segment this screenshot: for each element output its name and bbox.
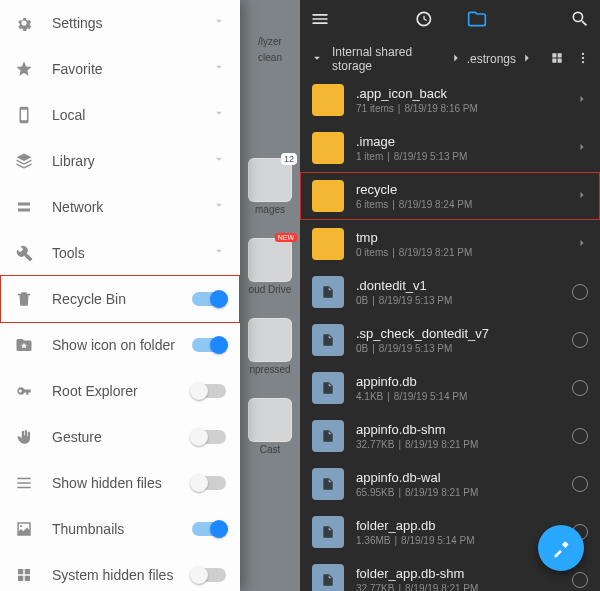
- history-tab-icon[interactable]: [413, 9, 433, 33]
- sidebar-item-label: System hidden files: [52, 567, 192, 583]
- file-subtext: 4.1KB|8/19/19 5:14 PM: [356, 391, 572, 402]
- toggle-switch[interactable]: [192, 338, 226, 352]
- toggle-switch[interactable]: [192, 476, 226, 490]
- sidebar-item-system-hidden-files[interactable]: System hidden files: [0, 552, 240, 591]
- select-radio[interactable]: [572, 476, 588, 492]
- gear-icon: [14, 13, 34, 33]
- sidebar-item-show-icon-on-folder[interactable]: Show icon on folder: [0, 322, 240, 368]
- chevron-down-icon[interactable]: [310, 51, 324, 68]
- svg-point-1: [582, 56, 584, 58]
- sidebar-item-show-hidden-files[interactable]: Show hidden files: [0, 460, 240, 506]
- star-icon: [14, 59, 34, 79]
- file-subtext: 0B|8/19/19 5:13 PM: [356, 295, 572, 306]
- chevron-right-icon: [576, 187, 588, 205]
- menu-icon[interactable]: [310, 9, 330, 33]
- sidebar-item-recycle-bin[interactable]: Recycle Bin: [0, 276, 240, 322]
- file-subtext: 0B|8/19/19 5:13 PM: [356, 343, 572, 354]
- file-name: tmp: [356, 230, 576, 246]
- file-name: recycle: [356, 182, 576, 198]
- folder-icon: [312, 132, 344, 164]
- sidebar-item-label: Show hidden files: [52, 475, 192, 491]
- file-subtext: 0 items|8/19/19 8:21 PM: [356, 247, 576, 258]
- network-icon: [14, 197, 34, 217]
- sidebar-item-thumbnails[interactable]: Thumbnails: [0, 506, 240, 552]
- folder-row[interactable]: tmp0 items|8/19/19 8:21 PM: [300, 220, 600, 268]
- select-radio[interactable]: [572, 428, 588, 444]
- settings-sidebar: SettingsFavoriteLocalLibraryNetworkTools…: [0, 0, 240, 591]
- file-subtext: 1 item|8/19/19 5:13 PM: [356, 151, 576, 162]
- file-row[interactable]: .dontedit_v10B|8/19/19 5:13 PM: [300, 268, 600, 316]
- bg-tile: [248, 398, 292, 442]
- select-radio[interactable]: [572, 332, 588, 348]
- top-bar: [300, 0, 600, 42]
- hand-icon: [14, 427, 34, 447]
- sidebar-item-label: Local: [52, 107, 212, 123]
- more-vert-icon[interactable]: [576, 51, 590, 68]
- chevron-right-icon: [576, 139, 588, 157]
- toggle-switch[interactable]: [192, 568, 226, 582]
- document-icon: [312, 468, 344, 500]
- file-subtext: 32.77KB|8/19/19 8:21 PM: [356, 583, 572, 591]
- view-grid-icon[interactable]: [550, 51, 564, 68]
- bg-tile-badge: 12: [281, 153, 297, 165]
- select-radio[interactable]: [572, 380, 588, 396]
- folder-row[interactable]: .image1 item|8/19/19 5:13 PM: [300, 124, 600, 172]
- breadcrumb-bar: Internal shared storage .estrongs: [300, 42, 600, 76]
- select-radio[interactable]: [572, 284, 588, 300]
- document-icon: [312, 420, 344, 452]
- sidebar-item-label: Thumbnails: [52, 521, 192, 537]
- file-name: appinfo.db: [356, 374, 572, 390]
- bg-tile: 12: [248, 158, 292, 202]
- toggle-switch[interactable]: [192, 384, 226, 398]
- sidebar-item-tools[interactable]: Tools: [0, 230, 240, 276]
- file-subtext: 71 items|8/19/19 8:16 PM: [356, 103, 576, 114]
- file-row[interactable]: appinfo.db-shm32.77KB|8/19/19 8:21 PM: [300, 412, 600, 460]
- file-row[interactable]: appinfo.db4.1KB|8/19/19 5:14 PM: [300, 364, 600, 412]
- sidebar-item-library[interactable]: Library: [0, 138, 240, 184]
- folder-star-icon: [14, 335, 34, 355]
- bg-tile: NEW: [248, 238, 292, 282]
- breadcrumb-root[interactable]: Internal shared storage: [332, 45, 445, 73]
- lines-icon: [14, 473, 34, 493]
- toggle-switch[interactable]: [192, 430, 226, 444]
- sidebar-item-root-explorer[interactable]: Root Explorer: [0, 368, 240, 414]
- toggle-switch[interactable]: [192, 522, 226, 536]
- sidebar-item-gesture[interactable]: Gesture: [0, 414, 240, 460]
- files-tab-icon[interactable]: [467, 9, 487, 33]
- folder-icon: [312, 228, 344, 260]
- key-icon: [14, 381, 34, 401]
- bg-tile-label: npressed: [246, 364, 294, 375]
- sidebar-item-favorite[interactable]: Favorite: [0, 46, 240, 92]
- chevron-down-icon: [212, 60, 226, 78]
- sidebar-item-label: Gesture: [52, 429, 192, 445]
- document-icon: [312, 324, 344, 356]
- file-row[interactable]: appinfo.db-wal65.95KB|8/19/19 8:21 PM: [300, 460, 600, 508]
- sidebar-item-local[interactable]: Local: [0, 92, 240, 138]
- select-radio[interactable]: [572, 572, 588, 588]
- document-icon: [312, 516, 344, 548]
- clean-fab[interactable]: [538, 525, 584, 571]
- sidebar-item-label: Settings: [52, 15, 212, 31]
- trash-icon: [14, 289, 34, 309]
- sidebar-item-network[interactable]: Network: [0, 184, 240, 230]
- breadcrumb-folder[interactable]: .estrongs: [467, 52, 516, 66]
- folder-row[interactable]: .app_icon_back71 items|8/19/19 8:16 PM: [300, 76, 600, 124]
- file-name: appinfo.db-shm: [356, 422, 572, 438]
- file-name: .app_icon_back: [356, 86, 576, 102]
- file-name: appinfo.db-wal: [356, 470, 572, 486]
- search-icon[interactable]: [570, 9, 590, 33]
- document-icon: [312, 372, 344, 404]
- sidebar-item-label: Recycle Bin: [52, 291, 192, 307]
- chevron-down-icon: [212, 244, 226, 262]
- sidebar-item-settings[interactable]: Settings: [0, 0, 240, 46]
- file-list: .app_icon_back71 items|8/19/19 8:16 PM.i…: [300, 76, 600, 591]
- tab-icons: [413, 9, 487, 33]
- wrench-icon: [14, 243, 34, 263]
- sys-files-icon: [14, 565, 34, 585]
- toggle-switch[interactable]: [192, 292, 226, 306]
- file-subtext: 32.77KB|8/19/19 8:21 PM: [356, 439, 572, 450]
- folder-row[interactable]: recycle6 items|8/19/19 8:24 PM: [300, 172, 600, 220]
- file-row[interactable]: .sp_check_dontedit_v70B|8/19/19 5:13 PM: [300, 316, 600, 364]
- background-home-strip: /lyzer clean 12magesNEWoud Drivenpressed…: [240, 0, 300, 591]
- phone-icon: [14, 105, 34, 125]
